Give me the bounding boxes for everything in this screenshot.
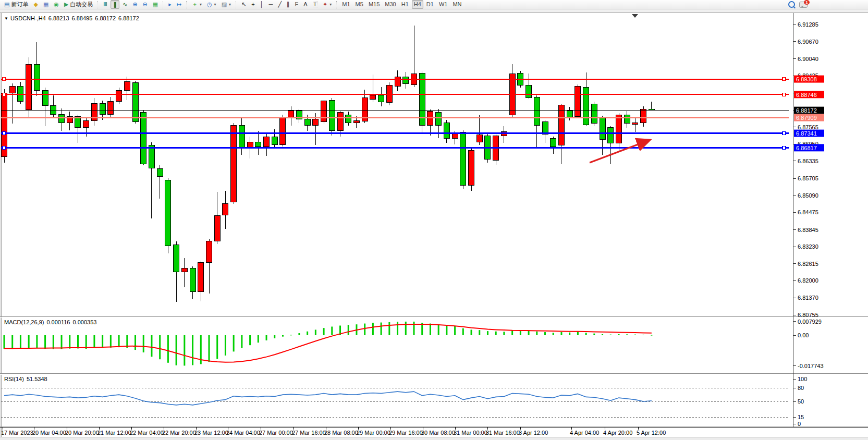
new-order-button[interactable]: ▤新订单: [2, 0, 30, 9]
zoom-in-button[interactable]: ⊕: [130, 0, 139, 9]
label-button[interactable]: T: [311, 0, 320, 9]
notification-balloon[interactable]: 1: [799, 2, 808, 8]
add-indicator-button[interactable]: ＋▾: [190, 0, 204, 9]
tf-h4-button[interactable]: H4: [412, 0, 423, 9]
rsi-axis-tick: 0: [798, 421, 801, 427]
time-axis-tick: 27 Mar 16:00: [292, 430, 326, 436]
chart-shift-button[interactable]: ↦: [175, 0, 184, 9]
time-axis-tick: 29 Mar 16:00: [389, 430, 423, 436]
caret-down-icon: ▾: [229, 1, 231, 8]
tf-w1-button[interactable]: W1: [437, 0, 450, 9]
signals-button[interactable]: ◉: [52, 0, 61, 9]
macd-axis-tick: -0.017743: [798, 363, 824, 369]
vertical-line-button[interactable]: │: [258, 0, 266, 9]
tile-windows-icon: ▦: [153, 2, 158, 7]
time-axis-tick: 4 Apr 20:00: [603, 430, 632, 436]
price-axis-tick: 6.86335: [798, 158, 818, 164]
price-axis-tick: 6.83845: [798, 227, 818, 233]
rsi-name: RSI(14): [4, 376, 24, 382]
signals-icon: ◉: [54, 2, 59, 7]
horizontal-line-icon: ─: [269, 2, 273, 7]
time-axis-tick: 20 Mar 20:00: [65, 430, 99, 436]
price-tag-label: 6.86817: [796, 145, 817, 151]
crosshair-icon: +: [251, 2, 254, 7]
caret-down-icon: ▾: [329, 1, 332, 8]
chart-shift-icon: ↦: [177, 2, 181, 7]
mt4-terminal: { "toolbar": { "notification_count": "1"…: [0, 0, 868, 440]
tf-m1-button[interactable]: M1: [340, 0, 352, 9]
template-button[interactable]: ▨▾: [219, 0, 233, 9]
price-tag-label: 6.89308: [796, 76, 817, 82]
macd-axis-tick: 0.007929: [798, 319, 822, 325]
channel-button[interactable]: ∥: [285, 0, 292, 9]
chart-profiles-button[interactable]: ◆: [31, 0, 40, 9]
macd-name: MACD(12,26,9): [4, 319, 44, 325]
price-axis-tick: 6.90040: [798, 56, 818, 62]
time-axis-tick: 31 Mar 00:00: [454, 430, 487, 436]
market-watch-icon: ▦: [43, 2, 48, 7]
trendline-button[interactable]: ╱: [276, 0, 284, 9]
one-click-trading-toggle[interactable]: ▼: [4, 16, 8, 21]
bar-chart-button[interactable]: Ⅲ: [101, 0, 109, 9]
tf-mn-button-label: MN: [453, 1, 461, 8]
toolbar-separator: [236, 1, 237, 8]
cursor-button[interactable]: ↖: [239, 0, 248, 9]
zoom-in-icon: ⊕: [132, 2, 137, 7]
horizontal-line-button[interactable]: ─: [267, 0, 275, 9]
search-icon[interactable]: [788, 1, 795, 8]
line-chart-button[interactable]: ∿: [120, 0, 129, 9]
rsi-axis-tick: 50: [798, 398, 804, 405]
template-icon: ▨: [222, 2, 227, 7]
toolbar-separator: [336, 1, 337, 8]
time-axis-tick: 23 Mar 12:00: [194, 430, 228, 436]
tf-d1-button[interactable]: D1: [424, 0, 436, 9]
time-axis-tick: 30 Mar 08:00: [421, 430, 455, 436]
caret-down-icon: ▾: [214, 1, 216, 8]
crosshair-button[interactable]: +: [249, 0, 256, 9]
status-bar: [0, 437, 868, 440]
ohlc-open: 6.88213: [48, 15, 69, 21]
time-axis-tick: 5 Apr 12:00: [637, 430, 666, 436]
tile-windows-button[interactable]: ▦: [151, 0, 160, 9]
tf-m15-button[interactable]: M15: [366, 0, 382, 9]
tf-h1-button[interactable]: H1: [399, 0, 411, 9]
fibonacci-icon: F: [295, 2, 299, 7]
autotrade-icon: ▶: [64, 2, 68, 7]
tf-m1-button-label: M1: [342, 1, 350, 8]
rsi-label: RSI(14)51.5348: [4, 376, 50, 382]
cursor-icon: ↖: [241, 2, 246, 7]
time-axis-tick: 22 Mar 04:00: [130, 430, 164, 436]
periods-button[interactable]: ◷▾: [205, 0, 218, 9]
new-order-button-label: 新订单: [11, 1, 28, 8]
new-order-icon: ▤: [4, 2, 9, 7]
text-icon: A: [303, 2, 307, 7]
candlestick-button[interactable]: ❚: [111, 0, 119, 9]
price-axis-tick: 6.82615: [798, 261, 818, 267]
symbol-timeframe: USDCNH-,H4: [10, 15, 46, 21]
tf-m5-button[interactable]: M5: [353, 0, 365, 9]
bar-chart-icon: Ⅲ: [103, 2, 107, 7]
toolbar-right-group: 1: [788, 1, 808, 8]
clock-icon: ◷: [207, 2, 212, 7]
price-axis-tick: 6.83230: [798, 243, 818, 250]
market-watch-button[interactable]: ▦: [41, 0, 51, 9]
tf-m30-button[interactable]: M30: [383, 0, 398, 9]
price-axis-tick: 6.90670: [798, 39, 818, 45]
fibonacci-button[interactable]: F: [293, 0, 301, 9]
tf-m15-button-label: M15: [369, 1, 380, 8]
price-tag-label: 6.87909: [796, 115, 817, 121]
text-button[interactable]: A: [301, 0, 309, 9]
notification-badge: 1: [804, 0, 810, 5]
rsi-axis-tick: 80: [798, 385, 804, 391]
autotrade-button[interactable]: ▶自动交易: [62, 0, 95, 9]
tf-mn-button[interactable]: MN: [450, 0, 463, 9]
zoom-out-icon: ⊖: [143, 2, 148, 7]
rsi-axis-tick: 15: [798, 414, 804, 420]
caret-down-icon: ▾: [200, 1, 202, 8]
channel-icon: ∥: [287, 2, 290, 7]
autotrade-button-label: 自动交易: [70, 1, 93, 8]
zoom-out-button[interactable]: ⊖: [141, 0, 150, 9]
price-chart[interactable]: 6.912856.906706.900406.894256.887956.881…: [0, 0, 868, 440]
autoscroll-button[interactable]: ▸: [166, 0, 174, 9]
shapes-button[interactable]: ✦▾: [321, 0, 334, 9]
